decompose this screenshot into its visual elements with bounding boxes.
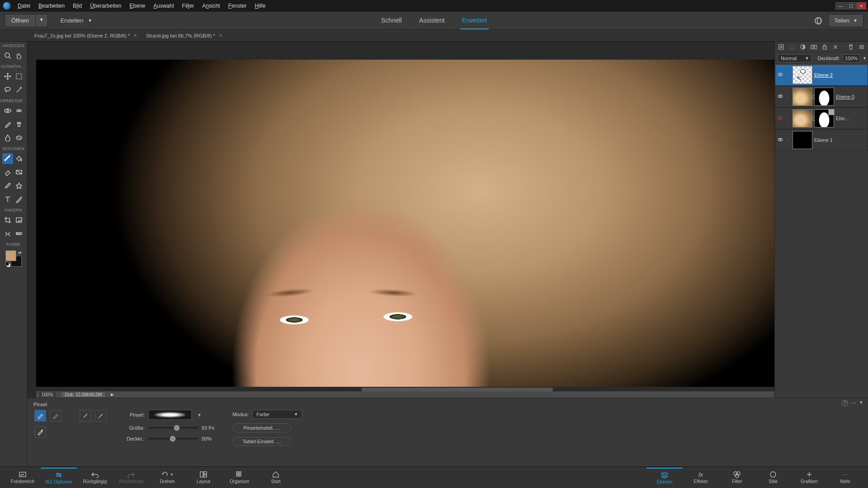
- tablet-settings-button[interactable]: Tablet-Einstell. …: [232, 437, 291, 446]
- blur-tool-icon[interactable]: [2, 132, 13, 143]
- delete-layer-icon[interactable]: [847, 44, 854, 50]
- menu-fenster[interactable]: Fenster: [224, 0, 251, 12]
- task-mehr[interactable]: ⋯ Mehr: [827, 468, 863, 488]
- crop-tool-icon[interactable]: [2, 215, 13, 225]
- create-dropdown[interactable]: ▼: [88, 18, 92, 23]
- layer-name[interactable]: Ebe…: [836, 116, 866, 121]
- brush-tool-icon[interactable]: [2, 153, 13, 164]
- sponge-tool-icon[interactable]: [14, 132, 24, 143]
- visibility-toggle-icon[interactable]: [777, 72, 783, 79]
- layer-row-0[interactable]: ⋮ Ebene 2: [775, 64, 868, 86]
- opacity-slider-value[interactable]: 50%: [202, 436, 212, 441]
- eyedropper-tool-icon[interactable]: [14, 194, 24, 205]
- visibility-toggle-icon[interactable]: [777, 115, 783, 122]
- layer-row-2[interactable]: ⋮ Ebe…: [775, 108, 868, 129]
- tab-assistent[interactable]: Assistent: [417, 12, 447, 29]
- layer-mask-icon[interactable]: [810, 44, 817, 50]
- link-icon[interactable]: ⋮: [785, 94, 791, 99]
- opacity-slider[interactable]: [148, 438, 198, 440]
- hand-tool-icon[interactable]: [14, 50, 24, 61]
- link-icon[interactable]: ⋮: [785, 116, 791, 121]
- color-swatches[interactable]: ⇄: [5, 250, 22, 267]
- doc-tab-1[interactable]: Strand.jpg bei 66,7% (RGB/8) * ✕: [142, 31, 227, 41]
- visibility-toggle-icon[interactable]: [777, 137, 783, 144]
- move-tool-icon[interactable]: [2, 71, 13, 82]
- size-value[interactable]: 93 Px: [202, 425, 214, 431]
- layer-mask-thumbnail[interactable]: [814, 88, 834, 106]
- open-dropdown[interactable]: ▼: [36, 14, 48, 27]
- help-icon[interactable]: ?: [842, 400, 848, 406]
- layer-mask-thumbnail[interactable]: [814, 109, 834, 127]
- recompose-tool-icon[interactable]: [14, 215, 24, 225]
- size-slider[interactable]: [148, 427, 198, 429]
- opacity-input[interactable]: 100%: [843, 54, 860, 62]
- task-start[interactable]: Start: [258, 468, 294, 488]
- opacity-dropdown-icon[interactable]: ▼: [863, 56, 867, 61]
- menu-hilfe[interactable]: Hilfe: [250, 0, 269, 12]
- close-tab-icon[interactable]: ✕: [133, 33, 137, 38]
- menu-bearbeiten[interactable]: Bearbeiten: [34, 0, 69, 12]
- fg-color-swatch[interactable]: [5, 250, 16, 261]
- text-tool-icon[interactable]: [2, 194, 13, 205]
- menu-auswahl[interactable]: Auswahl: [149, 0, 178, 12]
- menu-bild[interactable]: Bild: [69, 0, 86, 12]
- menu-datei[interactable]: Datei: [14, 0, 34, 12]
- eraser-tool-icon[interactable]: [2, 167, 13, 178]
- close-tab-icon[interactable]: ✕: [219, 33, 222, 38]
- docinfo-arrow-icon[interactable]: ▶: [111, 392, 114, 397]
- share-button[interactable]: Teilen ▼: [828, 14, 863, 27]
- layer-thumbnail[interactable]: [793, 66, 812, 84]
- canvas[interactable]: [36, 60, 774, 388]
- link-icon[interactable]: ⋮: [785, 138, 791, 143]
- brush-settings-button[interactable]: Pinseleinstell. …: [232, 423, 291, 432]
- new-layer-icon[interactable]: [778, 44, 785, 50]
- wand-tool-icon[interactable]: [14, 84, 24, 95]
- window-maximize[interactable]: ☐: [846, 2, 856, 9]
- layer-row-3[interactable]: ⋮ Ebene 1: [775, 129, 868, 151]
- layer-name[interactable]: Ebene 1: [814, 137, 866, 143]
- blend-mode-select[interactable]: Normal▼: [778, 54, 812, 62]
- brush-picker-dropdown-icon[interactable]: ▼: [197, 413, 202, 418]
- smart-brush-tool-icon[interactable]: [2, 119, 13, 130]
- task-fotobereich[interactable]: Fotobereich: [5, 468, 41, 488]
- doc-tab-0[interactable]: Frau7_2x.jpg bei 100% (Ebene 2, RGB/8) *…: [30, 31, 142, 41]
- task-wzoptionen[interactable]: WZ-Optionen: [41, 468, 77, 488]
- task-grafiken[interactable]: Grafiken: [791, 468, 827, 488]
- tab-schnell[interactable]: Schnell: [379, 12, 404, 29]
- task-effekte[interactable]: fx Effekte: [683, 468, 719, 488]
- create-button[interactable]: Erstellen: [61, 17, 84, 24]
- task-rueckgaengig[interactable]: Rückgängig: [77, 468, 113, 488]
- lock-layer-icon[interactable]: [821, 44, 828, 50]
- layer-thumbnail[interactable]: [793, 88, 812, 106]
- zoom-level[interactable]: 100%: [39, 392, 56, 397]
- pencil-tool-icon[interactable]: [2, 180, 13, 191]
- clone-tool-icon[interactable]: [14, 119, 24, 130]
- menu-ebene[interactable]: Ebene: [126, 0, 150, 12]
- zoom-tool-icon[interactable]: [2, 50, 13, 61]
- task-ebenen[interactable]: Ebenen: [646, 468, 683, 488]
- task-organizer[interactable]: Organizer: [222, 468, 258, 488]
- bucket-tool-icon[interactable]: [14, 153, 24, 164]
- lasso-tool-icon[interactable]: [2, 84, 13, 95]
- menu-filter[interactable]: Filter: [178, 0, 198, 12]
- window-minimize[interactable]: —: [835, 2, 845, 9]
- brush-impressionist-icon[interactable]: [50, 410, 61, 422]
- redeye-tool-icon[interactable]: [2, 105, 13, 116]
- shape-tool-icon[interactable]: [14, 180, 24, 191]
- open-button[interactable]: Öffnen: [5, 14, 36, 27]
- gradient-tool-icon[interactable]: [14, 167, 24, 178]
- layer-name[interactable]: Ebene 2: [814, 72, 866, 78]
- brush-preview[interactable]: [148, 410, 192, 420]
- spot-heal-tool-icon[interactable]: [14, 105, 24, 116]
- brush-airbrush-icon[interactable]: [95, 410, 107, 422]
- content-move-tool-icon[interactable]: [2, 228, 13, 239]
- options-menu-icon[interactable]: ⋯: [851, 400, 856, 406]
- tab-erweitert[interactable]: Erweitert: [460, 12, 489, 29]
- task-filter[interactable]: Filter: [719, 468, 755, 488]
- task-stile[interactable]: Stile: [755, 468, 791, 488]
- brush-detail-icon[interactable]: [80, 410, 91, 422]
- menu-ansicht[interactable]: Ansicht: [198, 0, 224, 12]
- menu-ueberarbeiten[interactable]: Überarbeiten: [86, 0, 125, 12]
- task-wiederholen[interactable]: Wiederholen: [113, 468, 149, 488]
- paint-mode-select[interactable]: Farbe▼: [252, 410, 302, 419]
